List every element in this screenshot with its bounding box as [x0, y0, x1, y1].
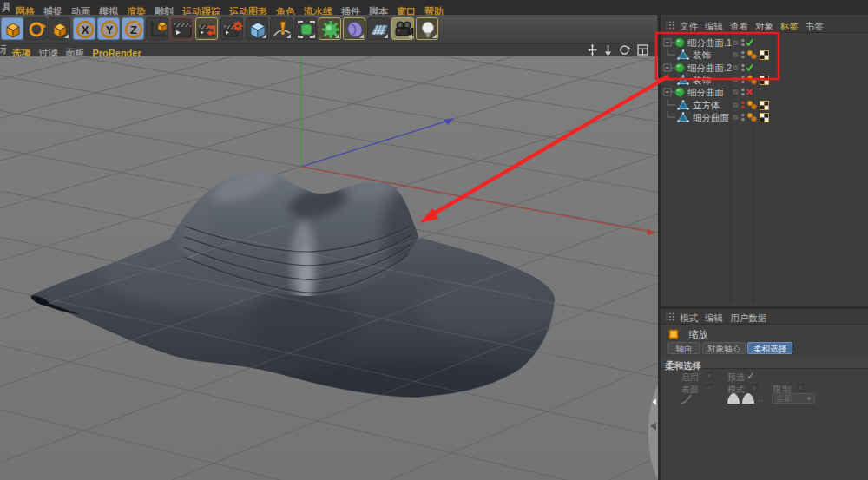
- object-row-name[interactable]: 细分曲面: [687, 87, 724, 99]
- svg-text:Z: Z: [130, 23, 137, 36]
- falloff-dropdown[interactable]: 全部▾: [772, 393, 815, 404]
- lock-y-button[interactable]: Y: [97, 17, 120, 40]
- object-manager-menu: 文件编辑查看对象标签书签: [661, 17, 868, 33]
- deformer-button[interactable]: [343, 17, 365, 40]
- viewport-menu-display[interactable]: 示: [0, 43, 6, 56]
- object-row[interactable]: 细分曲面.2: [661, 62, 868, 74]
- panel-handle-icon[interactable]: [666, 21, 674, 30]
- toolbar: X Y Z: [0, 15, 657, 43]
- object-row[interactable]: 细分曲面: [661, 111, 868, 123]
- object-row-name[interactable]: 立方体: [693, 100, 720, 112]
- param-enable-label: 启用: [681, 372, 699, 384]
- object-row-name[interactable]: 细分曲面.2: [687, 62, 732, 75]
- lock-y-icon: Y: [99, 19, 120, 40]
- panel-splitter[interactable]: [646, 385, 658, 480]
- om-menu-edit[interactable]: 编辑: [705, 18, 723, 34]
- object-row[interactable]: 细分曲面.1: [661, 36, 868, 49]
- render-view-button[interactable]: [170, 17, 193, 40]
- object-row-name[interactable]: 细分曲面.1: [687, 37, 732, 49]
- lock-x-button[interactable]: X: [73, 17, 95, 40]
- om-menu-bookmark[interactable]: 书签: [806, 18, 824, 34]
- om-menu-tags[interactable]: 标签: [780, 18, 799, 34]
- object-manager: 细分曲面.1装饰细分曲面.2装饰细分曲面立方体细分曲面: [661, 33, 868, 304]
- viewport-controls: [584, 43, 648, 56]
- viewport[interactable]: [0, 56, 658, 480]
- maximize-icon[interactable]: [637, 43, 648, 56]
- render-picture-viewer-icon: [197, 19, 218, 40]
- render-view-icon: [172, 19, 193, 40]
- object-row[interactable]: 立方体: [661, 99, 868, 111]
- right-panel: 文件编辑查看对象标签书签 细分曲面.1装饰细分曲面.2装饰细分曲面立方体细分曲面…: [658, 15, 868, 480]
- param-preselect-label: 预选: [727, 372, 745, 384]
- render-settings-button[interactable]: [220, 17, 243, 40]
- rotate-tool-button[interactable]: [24, 17, 47, 40]
- scale-tool-button[interactable]: [1, 17, 23, 40]
- active-tool-label: 缩放: [688, 329, 707, 339]
- lock-z-icon: Z: [123, 19, 144, 40]
- object-row[interactable]: 装饰: [661, 49, 868, 61]
- attribute-manager: 模式编辑用户数据 缩放 轴向 对象轴心 柔和选择 柔和选择 启用 预选 ✓ 表面…: [661, 309, 868, 480]
- object-row-name[interactable]: 装饰: [693, 49, 711, 62]
- pan-icon[interactable]: [588, 43, 597, 56]
- viewport-menu-bar: 示选项过滤面板ProRender: [0, 43, 657, 56]
- z-axis: [301, 120, 451, 167]
- om-menu-view[interactable]: 查看: [730, 18, 748, 34]
- om-menu-file[interactable]: 文件: [680, 18, 698, 34]
- param-enable-checkbox[interactable]: [706, 372, 713, 378]
- coordinate-system-button[interactable]: [146, 17, 168, 40]
- rotate-view-icon[interactable]: [619, 43, 630, 56]
- object-row[interactable]: 细分曲面: [661, 86, 868, 98]
- render-settings-icon: [222, 19, 243, 40]
- am-tab-userdata[interactable]: 用户数据: [730, 310, 766, 325]
- scale-tool-icon: [3, 19, 23, 40]
- modeling-tools-button[interactable]: [319, 17, 341, 40]
- light-button[interactable]: [416, 17, 438, 40]
- attribute-manager-menu: 模式编辑用户数据: [661, 309, 868, 325]
- cinema4d-window: 具网格捕捉动画模拟渲染雕刻运动跟踪运动图形角色流水线插件脚本窗口帮助 X Y Z: [0, 0, 868, 480]
- am-tab-edit[interactable]: 编辑: [705, 310, 723, 325]
- spline-pen-button[interactable]: [270, 17, 293, 40]
- am-mode-soft-selection-button[interactable]: 柔和选择: [747, 342, 792, 354]
- scale-tool-icon: [667, 328, 680, 340]
- menu-bar: 具网格捕捉动画模拟渲染雕刻运动跟踪运动图形角色流水线插件脚本窗口帮助: [0, 0, 868, 15]
- object-row[interactable]: 装饰: [661, 74, 868, 86]
- om-menu-object[interactable]: 对象: [755, 18, 773, 34]
- falloff-dots: ··: [758, 396, 764, 405]
- panel-handle-icon[interactable]: [666, 312, 674, 321]
- coordinate-system-icon: [148, 19, 168, 40]
- object-row-name[interactable]: 细分曲面: [693, 112, 729, 124]
- primitive-cube-button[interactable]: [246, 17, 268, 40]
- am-mode-object-axis-button[interactable]: 对象轴心: [702, 342, 746, 354]
- camera-button[interactable]: [391, 17, 414, 40]
- menu-item-partial[interactable]: 具: [2, 0, 10, 15]
- render-picture-viewer-button[interactable]: [195, 17, 218, 40]
- subdivision-surface-button[interactable]: [294, 17, 317, 40]
- rotate-tool-icon: [26, 19, 47, 40]
- zoom-icon[interactable]: [603, 43, 613, 56]
- param-surface-checkbox[interactable]: [706, 384, 713, 391]
- am-tab-mode[interactable]: 模式: [680, 310, 698, 325]
- param-limit-checkbox[interactable]: [797, 384, 804, 391]
- soft-selection-section-header[interactable]: 柔和选择: [661, 357, 868, 369]
- svg-text:X: X: [82, 23, 89, 36]
- svg-text:Y: Y: [106, 23, 114, 36]
- falloff-dome-icons[interactable]: [727, 392, 756, 404]
- viewport-canvas[interactable]: [0, 56, 658, 480]
- cube-tool-button[interactable]: [48, 17, 70, 40]
- param-preselect-check[interactable]: ✓: [746, 370, 755, 382]
- active-tool-row: 缩放: [667, 328, 707, 340]
- object-row-name[interactable]: 装饰: [693, 75, 711, 87]
- lock-x-icon: X: [75, 19, 95, 40]
- lock-z-button[interactable]: Z: [122, 17, 144, 40]
- am-mode-axis-button[interactable]: 轴向: [667, 342, 700, 354]
- param-mode-checkbox[interactable]: [751, 384, 758, 391]
- floor-button[interactable]: [367, 17, 390, 40]
- falloff-curve-icon: [680, 394, 692, 404]
